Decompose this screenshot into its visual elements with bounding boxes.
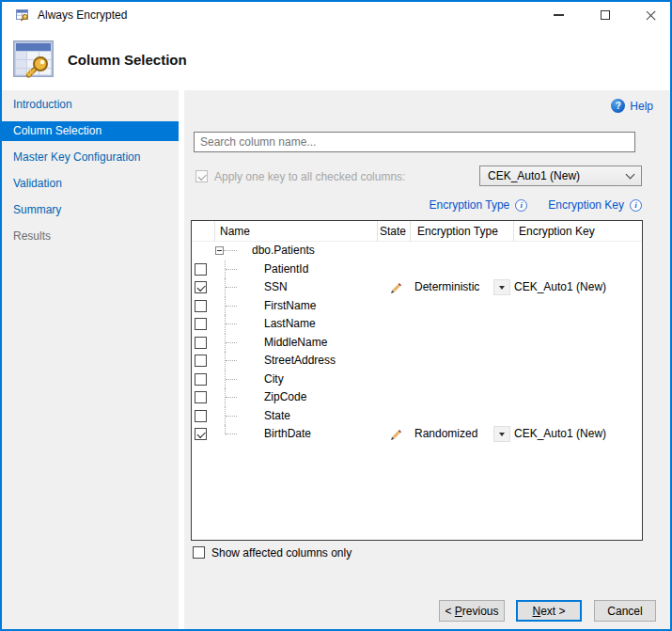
sidebar-item-validation[interactable]: Validation — [2, 174, 179, 194]
apply-key-label: Apply one key to all checked columns: — [214, 169, 405, 184]
column-separator — [377, 221, 378, 242]
column-name-label: State — [264, 407, 290, 426]
row-checkbox[interactable] — [195, 355, 207, 367]
column-name-label: PatientId — [264, 260, 308, 279]
tree-collapse-icon[interactable] — [215, 246, 224, 255]
cancel-button[interactable]: Cancel — [594, 600, 656, 622]
column-separator — [410, 221, 411, 242]
sidebar-item-column-selection[interactable]: Column Selection — [2, 121, 179, 141]
table-row: SSN Deterministic CEK_Auto1 (New) — [192, 278, 642, 297]
maximize-button[interactable] — [590, 2, 620, 28]
encryption-type-cell[interactable]: Deterministic — [414, 278, 479, 297]
window-title: Always Encrypted — [38, 2, 127, 28]
table-key-icon-large — [11, 37, 56, 82]
search-input[interactable] — [194, 132, 635, 152]
tree-connector — [226, 323, 237, 324]
header-cell-name: Name — [220, 221, 250, 242]
close-button[interactable] — [635, 2, 665, 28]
minimize-button[interactable] — [543, 2, 573, 28]
tree-connector — [224, 250, 237, 251]
show-affected-checkbox[interactable] — [193, 546, 205, 559]
row-checkbox[interactable] — [195, 337, 207, 349]
sidebar-item-results[interactable]: Results — [2, 227, 179, 246]
encryption-type-dropdown-button[interactable] — [493, 426, 510, 442]
encryption-type-dropdown-button[interactable] — [493, 279, 510, 295]
tree-connector — [226, 379, 237, 380]
help-label: Help — [630, 100, 653, 113]
show-affected-label: Show affected columns only — [211, 545, 352, 560]
group-label: dbo.Patients — [252, 242, 315, 260]
pencil-icon — [390, 428, 402, 445]
table-row: MiddleName — [192, 334, 642, 353]
row-checkbox[interactable] — [195, 318, 207, 330]
minimize-icon — [554, 14, 564, 16]
column-name-label: MiddleName — [264, 334, 327, 353]
column-separator — [214, 221, 215, 242]
columns-table: Name State Encryption Type Encryption Ke… — [191, 220, 643, 541]
row-checkbox[interactable] — [195, 410, 207, 422]
table-row: BirthDate Randomized CEK_Auto1 (New) — [192, 425, 642, 444]
row-checkbox[interactable] — [195, 428, 207, 440]
row-checkbox[interactable] — [195, 263, 207, 276]
wizard-header: Column Selection — [2, 28, 670, 90]
column-separator — [513, 221, 514, 242]
encryption-type-info-icon[interactable]: i — [515, 199, 527, 212]
encryption-key-cell[interactable]: CEK_Auto1 (New) — [514, 425, 606, 444]
encryption-type-cell[interactable]: Randomized — [414, 425, 477, 444]
apply-key-checkbox[interactable] — [195, 170, 208, 182]
key-dropdown[interactable]: CEK_Auto1 (New) — [479, 166, 642, 186]
tree-connector — [226, 397, 237, 398]
column-name-label: SSN — [264, 278, 288, 297]
sidebar-item-summary[interactable]: Summary — [2, 200, 179, 220]
row-checkbox[interactable] — [195, 300, 207, 312]
column-name-label: FirstName — [264, 297, 316, 316]
wizard-steps-sidebar: Introduction Column Selection Master Key… — [2, 90, 179, 629]
sidebar-item-introduction[interactable]: Introduction — [2, 95, 179, 115]
header-cell-encryption-key: Encryption Key — [519, 221, 595, 242]
row-checkbox[interactable] — [195, 373, 207, 386]
encryption-key-info-icon[interactable]: i — [630, 199, 642, 212]
title-bar: Always Encrypted — [2, 2, 670, 28]
wizard-body: Introduction Column Selection Master Key… — [2, 90, 670, 629]
help-link[interactable]: ? Help — [611, 99, 653, 113]
maximize-icon — [601, 10, 610, 20]
tree-connector — [226, 416, 237, 417]
always-encrypted-wizard-window: Always Encrypted Column Selection — [0, 0, 672, 631]
triangle-down-icon — [499, 433, 505, 436]
triangle-down-icon — [499, 286, 505, 290]
column-name-label: ZipCode — [264, 388, 306, 407]
column-name-label: City — [264, 371, 284, 389]
encryption-type-link[interactable]: Encryption Type — [429, 198, 509, 212]
sidebar-item-master-key-configuration[interactable]: Master Key Configuration — [2, 148, 179, 167]
page-title: Column Selection — [68, 52, 187, 68]
next-button[interactable]: Next > — [516, 600, 582, 622]
close-icon — [645, 9, 657, 22]
header-cell-encryption-type: Encryption Type — [417, 221, 498, 242]
main-panel: ? Help Apply one key to all checked colu… — [184, 90, 670, 629]
header-cell-state: State — [380, 221, 406, 242]
table-row: FirstName — [192, 297, 642, 316]
column-name-label: BirthDate — [264, 425, 311, 444]
table-rows: dbo.Patients PatientId SSN — [192, 242, 642, 444]
table-header: Name State Encryption Type Encryption Ke… — [192, 221, 642, 242]
column-name-label: LastName — [264, 315, 316, 334]
help-icon: ? — [611, 99, 625, 113]
tree-connector — [226, 269, 237, 270]
table-row: City — [192, 371, 642, 389]
encryption-key-cell[interactable]: CEK_Auto1 (New) — [514, 278, 606, 297]
table-key-icon — [15, 8, 30, 23]
table-row: PatientId — [192, 260, 642, 279]
previous-button[interactable]: < Previous — [439, 600, 505, 622]
row-checkbox[interactable] — [195, 391, 207, 403]
table-group-row: dbo.Patients — [192, 242, 642, 260]
encryption-key-link[interactable]: Encryption Key — [548, 198, 624, 212]
tree-connector — [226, 360, 237, 361]
key-dropdown-value: CEK_Auto1 (New) — [488, 169, 580, 182]
pencil-icon — [390, 281, 402, 298]
table-row: StreetAddress — [192, 352, 642, 371]
row-checkbox[interactable] — [195, 281, 207, 293]
tree-connector — [226, 342, 237, 343]
column-rows: PatientId SSN Deterministic CEK_Auto1 (N… — [192, 260, 642, 444]
table-row: LastName — [192, 315, 642, 334]
table-row: ZipCode — [192, 388, 642, 407]
